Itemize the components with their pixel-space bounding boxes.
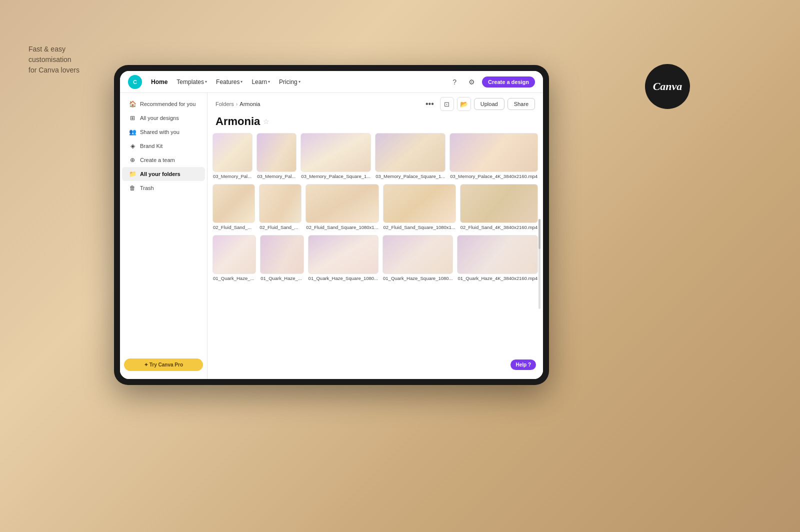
file-thumbnail [382, 235, 453, 274]
file-thumbnail [300, 133, 371, 172]
tablet-frame: C Home Templates ▾ Features ▾ Learn ▾ Pr… [114, 65, 549, 385]
file-item[interactable]: 02_Fluid_Sand_4K_3840x2160.mp4 [460, 184, 538, 230]
breadcrumb-actions: ••• ⊡ 📂 Upload Share [422, 97, 535, 111]
file-name: 01_Quark_Haze_Square_1080... [382, 276, 453, 281]
sidebar-item-create-team[interactable]: ⊕ Create a team [122, 153, 205, 167]
file-name: 01_Quark_Haze_4K_3840x2160.mp4 [457, 276, 538, 281]
file-item[interactable]: 03_Memory_Palace_Square_1... [375, 133, 446, 179]
file-name: 02_Fluid_Sand_... [259, 224, 302, 230]
file-item[interactable]: 01_Quark_Haze_4K_3840x2160.mp4 [457, 235, 538, 281]
nav-features[interactable]: Features ▾ [212, 76, 246, 88]
folder-icon: 📁 [129, 170, 136, 178]
file-item[interactable]: 02_Fluid_Sand_... [259, 184, 302, 230]
breadcrumb-current: Armonia [240, 101, 260, 107]
file-grid-row1: 03_Memory_Pal...03_Memory_Pal...03_Memor… [208, 133, 543, 184]
file-name: 03_Memory_Pal... [256, 174, 296, 179]
top-nav: C Home Templates ▾ Features ▾ Learn ▾ Pr… [120, 71, 543, 93]
file-item[interactable]: 03_Memory_Palace_Square_1... [300, 133, 371, 179]
file-name: 03_Memory_Palace_Square_1... [375, 174, 446, 179]
try-pro-button[interactable]: ✦ Try Canva Pro [124, 358, 203, 371]
sidebar: 🏠 Recommended for you ⊞ All your designs… [120, 93, 208, 379]
upload-button[interactable]: Upload [474, 98, 504, 110]
new-folder-button[interactable]: 📂 [457, 97, 471, 111]
file-thumbnail [256, 133, 296, 172]
file-thumbnail [260, 235, 304, 274]
nav-right: ? ⚙ Create a design [448, 76, 535, 88]
file-name: 02_Fluid_Sand_... [212, 224, 255, 230]
more-options-button[interactable]: ••• [422, 98, 437, 110]
nav-home[interactable]: Home [147, 76, 172, 88]
trash-icon: 🗑 [129, 184, 136, 192]
file-name: 02_Fluid_Sand_4K_3840x2160.mp4 [460, 224, 538, 230]
file-grid-row3: 01_Quark_Haze_...01_Quark_Haze_...01_Qua… [208, 235, 543, 286]
scroll-track [538, 219, 540, 309]
file-item[interactable]: 02_Fluid_Sand_Square_1080x1... [306, 184, 378, 230]
sidebar-item-recommended[interactable]: 🏠 Recommended for you [122, 97, 205, 111]
file-item[interactable]: 01_Quark_Haze_... [212, 235, 256, 281]
nav-logo-letter: C [133, 79, 137, 85]
content-area: Folders › Armonia ••• ⊡ 📂 Upload Share A… [208, 93, 543, 379]
file-name: 01_Quark_Haze_Square_1080... [308, 276, 378, 281]
file-thumbnail [212, 133, 252, 172]
file-thumbnail [212, 184, 255, 223]
file-item[interactable]: 01_Quark_Haze_Square_1080... [308, 235, 378, 281]
tablet-screen: C Home Templates ▾ Features ▾ Learn ▾ Pr… [120, 71, 543, 379]
background-tagline: Fast & easy customisation for Canva love… [28, 44, 80, 76]
file-thumbnail [460, 184, 538, 223]
file-thumbnail [457, 235, 538, 274]
file-item[interactable]: 03_Memory_Palace_4K_3840x2160.mp4 [450, 133, 538, 179]
pricing-chevron: ▾ [298, 80, 300, 84]
nav-links: Home Templates ▾ Features ▾ Learn ▾ Pric… [147, 76, 448, 88]
nav-pricing[interactable]: Pricing ▾ [275, 76, 304, 88]
folder-title-row: Armonia ☆ [208, 113, 543, 133]
sidebar-item-all-designs[interactable]: ⊞ All your designs [122, 111, 205, 125]
breadcrumb-folders[interactable]: Folders [216, 101, 234, 107]
main-area: 🏠 Recommended for you ⊞ All your designs… [120, 93, 543, 379]
canva-logo-text: Canva [653, 80, 682, 93]
brand-icon: ◈ [129, 142, 136, 150]
breadcrumb: Folders › Armonia [216, 101, 260, 107]
file-item[interactable]: 01_Quark_Haze_Square_1080... [382, 235, 453, 281]
file-name: 01_Quark_Haze_... [260, 276, 304, 281]
folder-title: Armonia [216, 115, 260, 128]
present-button[interactable]: ⊡ [440, 97, 454, 111]
file-name: 02_Fluid_Sand_Square_1080x1... [383, 224, 456, 230]
file-thumbnail [375, 133, 446, 172]
file-thumbnail [450, 133, 538, 172]
tagline-line2: customisation [28, 56, 72, 64]
star-icon[interactable]: ☆ [263, 118, 270, 126]
file-item[interactable]: 02_Fluid_Sand_Square_1080x1... [383, 184, 456, 230]
share-button[interactable]: Share [508, 98, 535, 110]
file-item[interactable]: 01_Quark_Haze_... [260, 235, 304, 281]
sidebar-item-all-folders[interactable]: 📁 All your folders [122, 167, 205, 181]
file-item[interactable]: 02_Fluid_Sand_... [212, 184, 255, 230]
file-item[interactable]: 03_Memory_Pal... [256, 133, 296, 179]
scroll-thumb[interactable] [538, 219, 540, 249]
sidebar-item-shared[interactable]: 👥 Shared with you [122, 125, 205, 139]
create-design-button[interactable]: Create a design [482, 76, 535, 88]
file-thumbnail [306, 184, 378, 223]
file-thumbnail [383, 184, 456, 223]
grid-icon: ⊞ [129, 114, 136, 122]
file-thumbnail [212, 235, 256, 274]
help-button[interactable]: Help ? [510, 360, 536, 370]
sidebar-item-trash[interactable]: 🗑 Trash [122, 181, 205, 195]
nav-templates[interactable]: Templates ▾ [172, 76, 211, 88]
templates-chevron: ▾ [205, 80, 207, 84]
settings-icon-button[interactable]: ⚙ [465, 76, 478, 88]
team-icon: ⊕ [129, 156, 136, 164]
tagline-line1: Fast & easy [28, 45, 66, 53]
file-name: 03_Memory_Pal... [212, 174, 252, 179]
sidebar-item-brand-kit[interactable]: ◈ Brand Kit [122, 139, 205, 153]
file-name: 03_Memory_Palace_4K_3840x2160.mp4 [450, 174, 538, 179]
help-icon-button[interactable]: ? [448, 76, 461, 88]
file-grid-row2: 02_Fluid_Sand_...02_Fluid_Sand_...02_Flu… [208, 184, 543, 235]
file-item[interactable]: 03_Memory_Pal... [212, 133, 252, 179]
nav-learn[interactable]: Learn ▾ [248, 76, 274, 88]
home-icon: 🏠 [129, 100, 136, 108]
file-name: 03_Memory_Palace_Square_1... [300, 174, 371, 179]
canva-logo-badge: Canva [645, 64, 690, 109]
learn-chevron: ▾ [268, 80, 270, 84]
file-thumbnail [259, 184, 302, 223]
file-thumbnail [308, 235, 378, 274]
